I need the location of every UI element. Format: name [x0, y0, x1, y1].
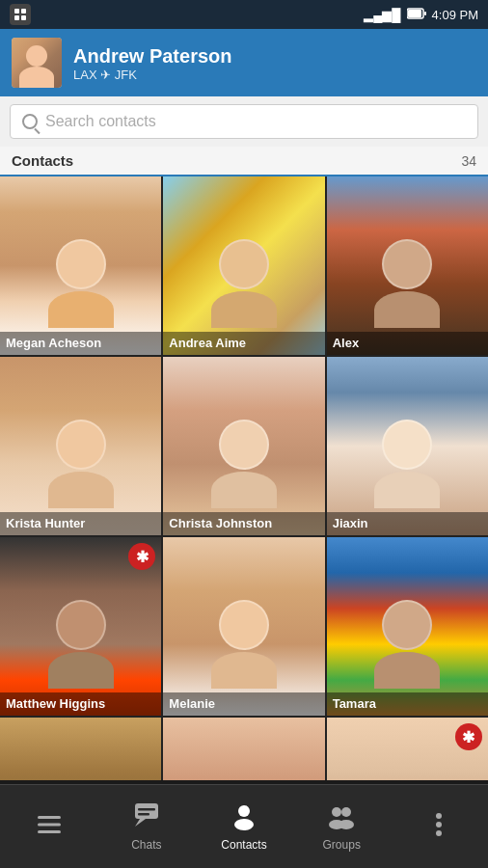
svg-rect-9 [38, 830, 61, 833]
time-display: 4:09 PM [432, 8, 478, 22]
svg-rect-1 [21, 9, 26, 14]
contact-name-christa: Christa Johnston [163, 512, 324, 535]
contact-name-alex: Alex [327, 332, 488, 355]
contact-cell-row4a[interactable] [0, 718, 161, 780]
contact-cell-andrea[interactable]: Andrea Aime [163, 176, 324, 355]
contact-name-megan: Megan Acheson [0, 332, 161, 355]
svg-marker-11 [135, 819, 146, 827]
nav-contacts[interactable]: Contacts [195, 785, 292, 868]
svg-point-14 [238, 805, 250, 817]
status-bar-right: ▂▄▆█ 4:09 PM [364, 8, 478, 22]
svg-point-19 [339, 820, 354, 829]
contact-cell-jiaxin[interactable]: Jiaxin [327, 357, 488, 535]
header-user-name: Andrew Paterson [73, 44, 231, 68]
chats-label: Chats [131, 838, 161, 852]
svg-rect-2 [14, 15, 19, 20]
contacts-label: Contacts [12, 152, 73, 169]
battery-icon [407, 8, 426, 22]
nav-more[interactable] [391, 785, 488, 868]
contacts-grid: Megan AchesonAndrea AimeAlexKrista Hunte… [0, 176, 488, 780]
svg-rect-3 [21, 15, 26, 20]
avatar [12, 38, 62, 88]
header-status-text: LAX ✈ JFK [73, 68, 137, 82]
more-icon [424, 810, 453, 843]
bottom-nav: Chats Contacts Groups [0, 784, 488, 868]
contact-cell-alex[interactable]: Alex [327, 176, 488, 355]
contact-cell-tamara[interactable]: Tamara [327, 537, 488, 716]
nav-chats[interactable]: Chats [97, 785, 195, 868]
svg-point-22 [436, 830, 442, 836]
header-status: LAX ✈ JFK [73, 68, 231, 82]
contact-name-melanie: Melanie [163, 692, 324, 716]
svg-point-16 [332, 807, 341, 817]
contact-name-andrea: Andrea Aime [163, 332, 324, 355]
svg-rect-5 [408, 10, 421, 17]
contact-cell-megan[interactable]: Megan Acheson [0, 176, 161, 355]
chats-icon [132, 801, 161, 834]
svg-rect-10 [135, 803, 158, 819]
svg-rect-7 [38, 816, 61, 819]
contact-cell-krista[interactable]: Krista Hunter [0, 357, 161, 535]
contacts-icon [230, 801, 258, 834]
header: Andrew Paterson LAX ✈ JFK [0, 29, 488, 96]
contact-name-matthew: Matthew Higgins [0, 692, 161, 716]
search-placeholder[interactable]: Search contacts [45, 113, 156, 130]
nav-groups[interactable]: Groups [293, 785, 391, 868]
contact-name-krista: Krista Hunter [0, 512, 161, 535]
contact-cell-row4b[interactable] [163, 718, 324, 780]
status-bar: ▂▄▆█ 4:09 PM [0, 0, 488, 29]
search-box[interactable]: Search contacts [10, 104, 478, 139]
signal-icon: ▂▄▆█ [364, 8, 400, 22]
contact-cell-matthew[interactable]: Matthew Higgins✱ [0, 537, 161, 716]
bbm-badge-matthew: ✱ [128, 543, 155, 570]
bb-app-icon [10, 4, 31, 25]
svg-rect-8 [38, 824, 61, 827]
svg-rect-13 [138, 813, 149, 816]
svg-rect-6 [424, 12, 426, 15]
menu-icon [35, 810, 64, 843]
contact-name-jiaxin: Jiaxin [327, 512, 488, 535]
header-info: Andrew Paterson LAX ✈ JFK [73, 44, 231, 82]
groups-label: Groups [323, 838, 361, 852]
svg-point-15 [234, 819, 254, 830]
groups-icon [327, 801, 356, 834]
nav-menu[interactable] [0, 785, 97, 868]
svg-point-17 [341, 807, 351, 817]
contacts-count: 34 [461, 153, 476, 169]
bbm-badge-row4c: ✱ [455, 723, 482, 750]
status-bar-left [10, 4, 31, 25]
svg-rect-0 [14, 9, 19, 14]
search-container: Search contacts [0, 96, 488, 147]
contact-cell-row4c[interactable]: ✱ [327, 718, 488, 780]
svg-rect-12 [138, 808, 155, 811]
contact-cell-melanie[interactable]: Melanie [163, 537, 324, 716]
svg-point-21 [436, 822, 442, 827]
contact-cell-christa[interactable]: Christa Johnston [163, 357, 324, 535]
contacts-nav-label: Contacts [221, 838, 266, 852]
svg-point-20 [436, 813, 442, 819]
contacts-grid-wrapper: Megan AchesonAndrea AimeAlexKrista Hunte… [0, 176, 488, 780]
contact-name-tamara: Tamara [327, 692, 488, 716]
search-icon [22, 114, 38, 129]
contacts-bar: Contacts 34 [0, 147, 488, 176]
